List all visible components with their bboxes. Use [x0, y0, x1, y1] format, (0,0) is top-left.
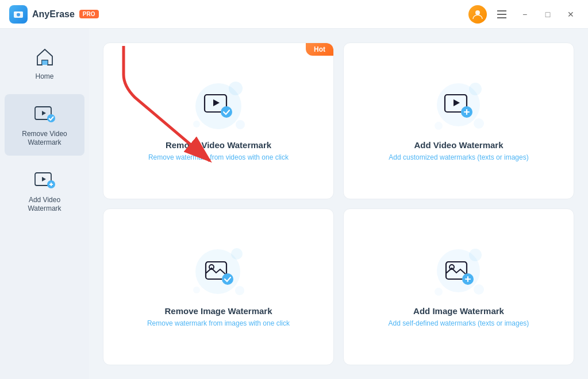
remove-image-watermark-desc: Remove watermark from images with one cl…: [147, 319, 290, 327]
add-image-icon-wrapper: [430, 246, 487, 298]
remove-video-icon: [33, 102, 57, 126]
remove-video-card-icon: [202, 90, 235, 122]
sidebar-item-add-video[interactable]: Add VideoWatermark: [5, 160, 84, 222]
remove-video-icon-wrapper: [190, 80, 247, 132]
svg-marker-12: [42, 177, 46, 181]
maximize-button[interactable]: □: [540, 6, 556, 22]
svg-point-23: [222, 273, 233, 285]
sidebar-item-remove-video[interactable]: Remove VideoWatermark: [5, 94, 84, 156]
remove-image-watermark-card[interactable]: Remove Image Watermark Remove watermark …: [103, 208, 334, 365]
sidebar: Home Remove VideoWatermark: [0, 29, 89, 379]
app-name: AnyErase: [32, 9, 75, 20]
titlebar-right: − □ ✕: [468, 5, 579, 24]
add-image-watermark-desc: Add self-defined watermarks (texts or im…: [389, 319, 529, 327]
svg-rect-7: [42, 60, 48, 65]
add-video-card-icon: [443, 90, 475, 122]
remove-image-icon-wrapper: [190, 246, 247, 298]
hot-badge: Hot: [306, 43, 333, 56]
sidebar-remove-video-label: Remove VideoWatermark: [22, 130, 67, 148]
sidebar-add-video-label: Add VideoWatermark: [28, 196, 61, 214]
svg-point-1: [17, 13, 20, 16]
svg-point-3: [475, 10, 480, 15]
avatar[interactable]: [468, 5, 487, 24]
minimize-button[interactable]: −: [517, 6, 533, 22]
titlebar: AnyErase Pro − □ ✕: [0, 0, 588, 29]
add-image-watermark-card[interactable]: Add Image Watermark Add self-defined wat…: [343, 208, 574, 365]
svg-marker-16: [213, 99, 220, 106]
titlebar-left: AnyErase Pro: [9, 5, 99, 24]
add-video-watermark-title: Add Video Watermark: [414, 140, 503, 150]
svg-point-17: [221, 106, 232, 118]
svg-marker-9: [42, 111, 46, 115]
add-video-watermark-card[interactable]: Add Video Watermark Add customized water…: [343, 42, 574, 199]
hamburger-menu-button[interactable]: [494, 6, 510, 22]
home-icon: [33, 45, 57, 69]
add-video-icon: [33, 168, 57, 192]
remove-image-card-icon: [202, 256, 235, 288]
add-video-icon-wrapper: [430, 80, 487, 132]
remove-video-watermark-title: Remove Video Watermark: [166, 140, 271, 150]
close-button[interactable]: ✕: [563, 6, 579, 22]
add-image-watermark-title: Add Image Watermark: [413, 306, 504, 316]
sidebar-home-label: Home: [35, 72, 53, 82]
svg-marker-19: [454, 99, 460, 106]
add-image-card-icon: [443, 256, 475, 288]
add-video-watermark-desc: Add customized watermarks (texts or imag…: [389, 153, 528, 161]
main-layout: Home Remove VideoWatermark: [0, 29, 588, 379]
pro-badge: Pro: [79, 10, 99, 18]
sidebar-item-home[interactable]: Home: [5, 37, 84, 90]
app-logo: [9, 5, 28, 24]
svg-point-10: [47, 114, 55, 122]
remove-video-watermark-desc: Remove watermark from videos with one cl…: [148, 153, 289, 161]
remove-image-watermark-title: Remove Image Watermark: [164, 306, 272, 316]
svg-rect-2: [14, 11, 23, 13]
remove-video-watermark-card[interactable]: Hot Remove Video Watermark Remove waterm…: [103, 42, 334, 199]
content-area: Hot Remove Video Watermark Remove waterm…: [89, 29, 588, 379]
